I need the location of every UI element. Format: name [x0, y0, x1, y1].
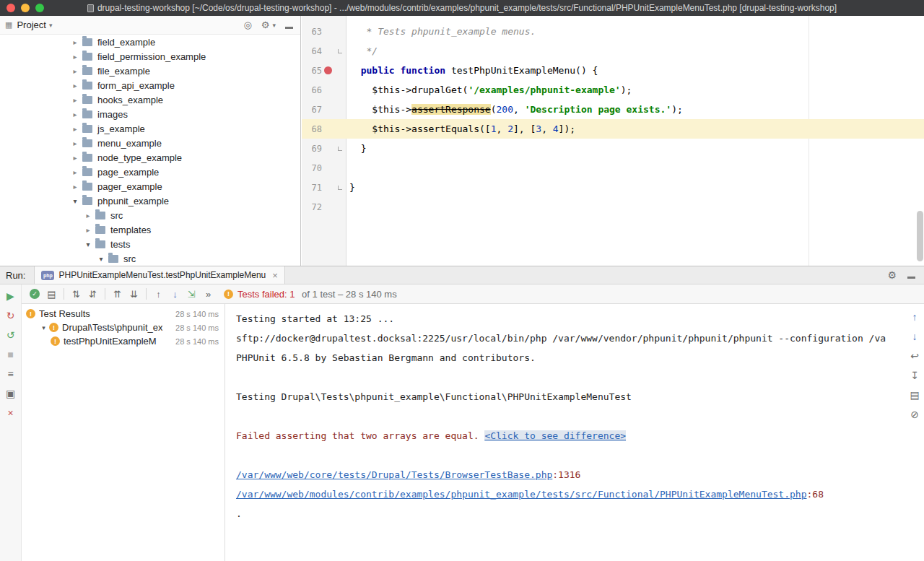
file-link[interactable]: /var/www/web/core/tests/Drupal/Tests/Bro…: [236, 469, 552, 480]
test-history-icon[interactable]: ≡: [7, 368, 13, 380]
chevron-down-icon[interactable]: ▾: [82, 240, 94, 248]
test-tree-item[interactable]: ▾!Drupal\Tests\phpunit_ex28 s 140 ms: [22, 321, 225, 334]
scroll-to-end-icon[interactable]: ↧: [910, 370, 919, 381]
previous-failed-test-icon[interactable]: ↑: [150, 289, 167, 300]
test-console[interactable]: Testing started at 13:25 ...sftp://docke…: [226, 304, 905, 561]
file-link[interactable]: /var/www/web/modules/contrib/examples/ph…: [236, 489, 807, 500]
collapse-all-icon[interactable]: ⇊: [126, 289, 142, 300]
more-options-icon[interactable]: »: [200, 289, 217, 300]
toggle-auto-test-icon[interactable]: ↺: [6, 329, 15, 342]
close-window-icon[interactable]: [6, 4, 15, 12]
breakpoint-icon[interactable]: [322, 61, 334, 80]
editor-gutter[interactable]: 67: [302, 100, 346, 119]
print-icon[interactable]: ▤: [910, 389, 919, 401]
chevron-right-icon[interactable]: ▸: [82, 226, 94, 234]
code-text[interactable]: $this->drupalGet('/examples/phpunit-exam…: [346, 84, 632, 95]
project-tree-item[interactable]: ▾src: [0, 251, 300, 266]
editor-gutter[interactable]: 64: [302, 41, 346, 61]
fold-marker-icon[interactable]: [338, 147, 342, 151]
project-tree-item[interactable]: ▸hooks_example: [0, 92, 300, 107]
code-line[interactable]: 69 }: [302, 139, 924, 158]
code-line[interactable]: 71}: [302, 178, 924, 197]
fold-marker-icon[interactable]: [338, 186, 342, 190]
project-tree-item[interactable]: ▸src: [0, 208, 300, 222]
down-stack-trace-icon[interactable]: ↓: [912, 331, 918, 342]
up-stack-trace-icon[interactable]: ↑: [912, 311, 918, 323]
zoom-window-icon[interactable]: [35, 4, 44, 12]
project-tree-item[interactable]: ▸templates: [0, 222, 300, 237]
editor-gutter[interactable]: 66: [302, 80, 346, 100]
chevron-right-icon[interactable]: ▸: [69, 96, 81, 104]
project-panel-title[interactable]: Project: [17, 19, 45, 30]
editor-gutter[interactable]: 63: [302, 22, 346, 41]
project-tree-item[interactable]: ▸images: [0, 107, 300, 121]
chevron-right-icon[interactable]: ▸: [69, 53, 81, 61]
chevron-right-icon[interactable]: ▸: [69, 67, 81, 75]
chevron-right-icon[interactable]: ▸: [69, 183, 81, 191]
editor-gutter[interactable]: 65: [302, 61, 346, 80]
chevron-down-icon[interactable]: ▾: [49, 22, 53, 29]
import-test-results-icon[interactable]: ⇲: [183, 289, 200, 300]
editor-gutter[interactable]: 72: [302, 197, 346, 217]
code-text[interactable]: * Tests phpunit_example menus.: [346, 26, 536, 37]
project-tree-item[interactable]: ▸form_api_example: [0, 78, 300, 92]
chevron-right-icon[interactable]: ▸: [69, 38, 81, 46]
stop-icon[interactable]: ■: [7, 348, 13, 361]
editor-gutter[interactable]: 68: [302, 119, 346, 139]
editor-gutter[interactable]: 69: [302, 139, 346, 158]
code-text[interactable]: */: [346, 45, 378, 56]
locate-file-icon[interactable]: ◎: [243, 19, 251, 30]
editor-gutter[interactable]: 70: [302, 158, 346, 178]
restore-layout-icon[interactable]: ▣: [6, 387, 15, 400]
project-tree-item[interactable]: ▸page_example: [0, 165, 300, 179]
hide-panel-icon[interactable]: [285, 22, 293, 29]
hide-panel-icon[interactable]: [907, 271, 915, 279]
project-tree-item[interactable]: ▾phpunit_example: [0, 193, 300, 208]
code-line[interactable]: 66 $this->drupalGet('/examples/phpunit-e…: [302, 80, 924, 100]
project-tree-item[interactable]: ▸menu_example: [0, 136, 300, 150]
code-text[interactable]: }: [346, 143, 366, 154]
editor-scrollbar[interactable]: [917, 211, 923, 261]
minimize-window-icon[interactable]: [21, 4, 30, 12]
code-line[interactable]: 68 $this->assertEquals([1, 2], [3, 4]);: [302, 119, 924, 139]
expand-all-icon[interactable]: ⇈: [109, 289, 126, 300]
project-tree-item[interactable]: ▸js_example: [0, 121, 300, 136]
chevron-right-icon[interactable]: ▸: [69, 110, 81, 118]
see-difference-link[interactable]: <Click to see difference>: [484, 430, 626, 441]
gear-icon[interactable]: ⚙: [261, 19, 270, 30]
code-text[interactable]: }: [346, 182, 355, 193]
test-tree-item[interactable]: !Test Results28 s 140 ms: [22, 307, 225, 321]
code-line[interactable]: 63 * Tests phpunit_example menus.: [302, 22, 924, 41]
code-line[interactable]: 65 public function testPhpUnitExampleMen…: [302, 61, 924, 80]
code-line[interactable]: 70: [302, 158, 924, 178]
show-output-icon[interactable]: ▤: [43, 289, 60, 300]
project-tree-item[interactable]: ▸node_type_example: [0, 150, 300, 165]
fold-marker-icon[interactable]: [338, 49, 342, 53]
chevron-right-icon[interactable]: ▸: [69, 125, 81, 133]
chevron-right-icon[interactable]: ▸: [69, 154, 81, 162]
rerun-failed-tests-icon[interactable]: ↻: [6, 309, 15, 322]
close-tab-icon[interactable]: ×: [272, 270, 278, 281]
rerun-icon[interactable]: ▶: [6, 290, 14, 303]
code-text[interactable]: $this->assertEquals([1, 2], [3, 4]);: [346, 123, 575, 134]
code-editor[interactable]: 63 * Tests phpunit_example menus.64 */65…: [302, 16, 924, 266]
clear-all-icon[interactable]: ⊘: [910, 409, 919, 420]
close-icon[interactable]: ×: [7, 406, 13, 419]
chevron-right-icon[interactable]: ▸: [69, 82, 81, 90]
sort-by-duration-icon[interactable]: ⇵: [84, 289, 101, 300]
chevron-down-icon[interactable]: ▾: [95, 255, 107, 263]
project-tree-item[interactable]: ▸pager_example: [0, 179, 300, 193]
code-line[interactable]: 67 $this->assertResponse(200, 'Descripti…: [302, 100, 924, 119]
test-tree-item[interactable]: !testPhpUnitExampleM28 s 140 ms: [22, 334, 225, 348]
chevron-right-icon[interactable]: ▸: [82, 212, 94, 219]
code-line[interactable]: 72: [302, 197, 924, 217]
code-line[interactable]: 64 */: [302, 41, 924, 61]
project-tree-item[interactable]: ▸file_example: [0, 64, 300, 78]
project-tree-item[interactable]: ▸field_example: [0, 35, 300, 49]
show-passed-icon[interactable]: ✓: [30, 289, 40, 299]
chevron-right-icon[interactable]: ▸: [69, 139, 81, 147]
soft-wrap-icon[interactable]: ↩: [910, 350, 919, 362]
chevron-right-icon[interactable]: ▸: [69, 168, 81, 176]
chevron-down-icon[interactable]: ▾: [69, 197, 81, 205]
editor-gutter[interactable]: 71: [302, 178, 346, 197]
